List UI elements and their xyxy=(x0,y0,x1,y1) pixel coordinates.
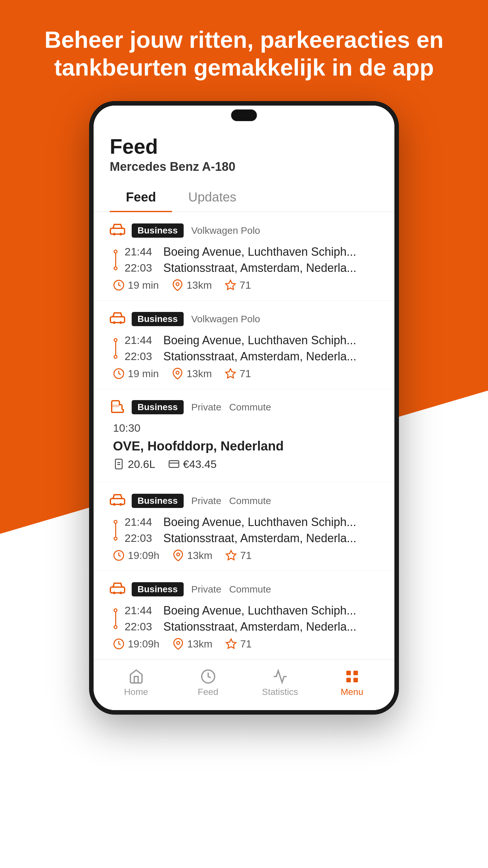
stop-to-5: 22:03 Stationsstraat, Amsterdam, Nederla… xyxy=(125,620,378,633)
feed-item-5[interactable]: Business Private Commute 21:44 xyxy=(94,571,394,659)
route-line-4 xyxy=(113,516,118,545)
svg-rect-30 xyxy=(346,678,351,682)
phone-side-button xyxy=(396,228,399,267)
from-time-1: 21:44 xyxy=(125,245,157,258)
from-time-4: 21:44 xyxy=(125,516,157,528)
to-time-2: 22:03 xyxy=(125,350,157,363)
fuel-liters-3: 20.6L xyxy=(113,458,155,470)
badge-4: Business xyxy=(132,494,184,508)
svg-point-9 xyxy=(176,371,179,374)
dot-bottom-1 xyxy=(113,267,118,270)
camera-notch xyxy=(231,110,257,121)
svg-rect-22 xyxy=(110,587,125,593)
nav-home-label: Home xyxy=(124,687,148,697)
score-2: 71 xyxy=(225,368,251,380)
feed-item-1[interactable]: Business Volkwagen Polo 21:44 Boein xyxy=(94,212,394,301)
to-address-2: Stationsstraat, Amsterdam, Nederla... xyxy=(163,350,356,363)
bottom-nav: Home Feed Statistics xyxy=(94,659,394,710)
route-1: 21:44 Boeing Avenue, Luchthaven Schiph..… xyxy=(113,245,378,275)
to-address-1: Stationsstraat, Amsterdam, Nederla... xyxy=(163,261,356,275)
svg-rect-10 xyxy=(112,405,120,407)
distance-4: 13km xyxy=(172,550,213,562)
dot-bottom-5 xyxy=(113,625,118,629)
route-5: 21:44 Boeing Avenue, Luchthaven Schiph..… xyxy=(113,604,378,633)
feed-item-4[interactable]: Business Private Commute 21:44 xyxy=(94,483,394,571)
tag-3a: Private xyxy=(191,402,221,413)
score-5: 71 xyxy=(225,638,252,650)
stop-from-4: 21:44 Boeing Avenue, Luchthaven Schiph..… xyxy=(125,516,378,529)
duration-2: 19 min xyxy=(113,368,159,380)
duration-4: 19:09h xyxy=(113,550,159,562)
dot-bottom-4 xyxy=(113,537,118,540)
dot-top-1 xyxy=(113,250,118,253)
nav-menu-label: Menu xyxy=(340,687,363,697)
svg-rect-31 xyxy=(353,678,358,682)
route-stops-4: 21:44 Boeing Avenue, Luchthaven Schiph..… xyxy=(125,516,378,545)
car-icon-5 xyxy=(110,580,125,599)
line-bar-1 xyxy=(115,253,116,267)
from-address-2: Boeing Avenue, Luchthaven Schiph... xyxy=(163,334,356,347)
feed-item-1-header: Business Volkwagen Polo xyxy=(110,221,378,240)
svg-rect-29 xyxy=(353,671,358,675)
fuel-stats-3: 20.6L €43.45 xyxy=(113,458,378,470)
hero-text: Beheer jouw ritten, parkeeracties en tan… xyxy=(0,0,488,101)
feed-meta-1: 19 min 13km xyxy=(110,279,378,291)
dot-top-5 xyxy=(113,609,118,612)
svg-point-4 xyxy=(176,283,179,286)
tab-updates[interactable]: Updates xyxy=(172,183,252,212)
to-time-5: 22:03 xyxy=(125,620,157,633)
badge-1: Business xyxy=(132,223,184,238)
tag-5b: Commute xyxy=(229,584,271,595)
feed-item-2[interactable]: Business Volkwagen Polo 21:44 Boein xyxy=(94,301,394,389)
duration-5: 19:09h xyxy=(113,638,159,650)
feed-meta-5: 19:09h 13km xyxy=(110,638,378,650)
svg-point-7 xyxy=(120,321,122,324)
feed-meta-4: 19:09h 13km xyxy=(110,550,378,562)
nav-statistics[interactable]: Statistics xyxy=(254,669,306,697)
status-bar xyxy=(94,105,394,125)
tag-5a: Private xyxy=(191,584,221,595)
route-line-1 xyxy=(113,245,118,275)
stop-from-2: 21:44 Boeing Avenue, Luchthaven Schiph..… xyxy=(125,334,378,347)
tag-2: Volkwagen Polo xyxy=(191,314,260,324)
route-2: 21:44 Boeing Avenue, Luchthaven Schiph..… xyxy=(113,334,378,363)
svg-rect-5 xyxy=(110,317,125,322)
nav-statistics-label: Statistics xyxy=(262,687,298,697)
feed-list: Business Volkwagen Polo 21:44 Boein xyxy=(94,212,394,659)
badge-2: Business xyxy=(132,312,184,326)
tab-feed[interactable]: Feed xyxy=(110,183,172,212)
tag-1: Volkwagen Polo xyxy=(191,225,260,236)
fuel-cost-3: €43.45 xyxy=(168,458,217,470)
feed-nav-icon xyxy=(200,669,216,684)
route-4: 21:44 Boeing Avenue, Luchthaven Schiph..… xyxy=(113,516,378,545)
tag-4b: Commute xyxy=(229,495,271,506)
app-subtitle: Mercedes Benz A-180 xyxy=(110,160,378,174)
nav-menu[interactable]: Menu xyxy=(326,669,378,697)
svg-point-24 xyxy=(120,592,122,594)
fuel-time-3: 10:30 xyxy=(113,422,378,434)
feed-item-3-header: Business Private Commute xyxy=(110,398,378,416)
car-icon-4 xyxy=(110,492,125,510)
feed-item-3[interactable]: Business Private Commute 10:30 OVE, Hoof… xyxy=(94,389,394,483)
stop-to-4: 22:03 Stationsstraat, Amsterdam, Nederla… xyxy=(125,531,378,545)
svg-rect-28 xyxy=(346,671,351,675)
route-line-5 xyxy=(113,604,118,633)
car-icon-1 xyxy=(110,221,125,240)
distance-1: 13km xyxy=(172,279,212,291)
menu-icon xyxy=(345,669,360,684)
stop-to-1: 22:03 Stationsstraat, Amsterdam, Nederla… xyxy=(125,261,378,275)
route-stops-1: 21:44 Boeing Avenue, Luchthaven Schiph..… xyxy=(125,245,378,275)
to-address-4: Stationsstraat, Amsterdam, Nederla... xyxy=(163,531,356,545)
svg-point-26 xyxy=(176,642,180,645)
app-title: Feed xyxy=(110,135,378,159)
svg-point-23 xyxy=(113,592,116,594)
nav-home[interactable]: Home xyxy=(110,669,162,697)
feed-item-2-header: Business Volkwagen Polo xyxy=(110,310,378,329)
route-stops-2: 21:44 Boeing Avenue, Luchthaven Schiph..… xyxy=(125,334,378,363)
tabs-container: Feed Updates xyxy=(94,183,394,212)
feed-item-4-header: Business Private Commute xyxy=(110,492,378,510)
duration-1: 19 min xyxy=(113,279,159,291)
svg-rect-17 xyxy=(110,499,125,504)
app-content: Feed Mercedes Benz A-180 Feed Updates xyxy=(94,125,394,710)
nav-feed[interactable]: Feed xyxy=(182,669,234,697)
